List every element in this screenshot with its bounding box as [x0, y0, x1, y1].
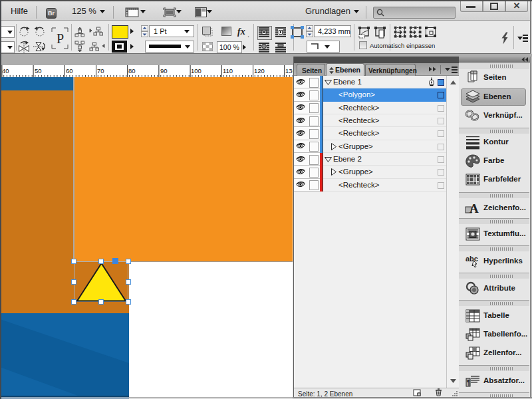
svg-text:abc: abc: [466, 255, 478, 263]
svg-text:P: P: [57, 31, 64, 46]
svg-text:A: A: [469, 201, 479, 215]
svg-text:¶: ¶: [467, 379, 471, 386]
